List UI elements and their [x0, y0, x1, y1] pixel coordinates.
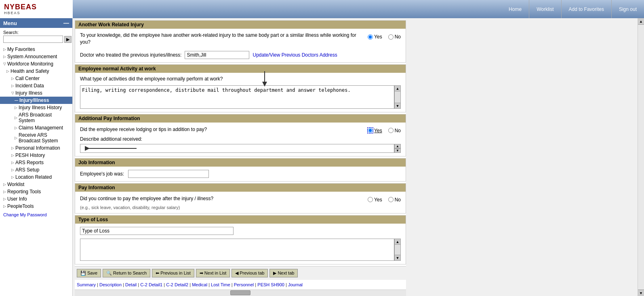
pay-info-yes-text: Yes	[374, 197, 382, 203]
logo-text: NYBEAS	[4, 3, 37, 11]
pay-info-no-radio[interactable]	[388, 197, 394, 202]
another-injury-no-label[interactable]: No	[388, 34, 401, 40]
pay-info-no-label[interactable]: No	[388, 197, 401, 203]
pay-yes-label[interactable]: Yes	[368, 128, 382, 133]
sidebar-item-injury-illness-history[interactable]: ▷ Injury Illness History	[0, 104, 72, 111]
arrow-icon: ▽	[11, 91, 14, 95]
nav-lost-time[interactable]: Lost Time	[211, 282, 230, 287]
return-search-button[interactable]: 🔍 Return to Search	[103, 269, 150, 277]
normal-activity-header: Employee normal Activity at work	[75, 65, 406, 73]
sidebar-item-location-related[interactable]: ▷ Location Related	[0, 173, 72, 181]
save-button[interactable]: 💾 Save	[77, 269, 101, 277]
sidebar-item-incident-data[interactable]: ▷ Incident Data	[0, 82, 72, 89]
arrow-icon: ▷	[3, 55, 6, 59]
menu-label: Menu	[3, 20, 17, 26]
nav-worklist[interactable]: Worklist	[529, 0, 561, 18]
form-container: Another Work Related Injury To your know…	[75, 20, 406, 290]
describe-input[interactable]	[80, 144, 394, 153]
sidebar-item-user-info[interactable]: ▷ User Info	[0, 195, 72, 203]
vertical-scrollbar[interactable]: ▲ ▼	[638, 18, 644, 296]
next-tab-button[interactable]: ▶ Next tab	[269, 269, 298, 277]
describe-scroll-down[interactable]: ▼	[395, 148, 400, 152]
loss-scroll-up[interactable]: ▲	[395, 239, 400, 245]
job-select[interactable]	[128, 170, 209, 178]
next-list-button[interactable]: ➡ Next in List	[196, 269, 230, 277]
sidebar-item-worklist[interactable]: ▷ Worklist	[0, 181, 72, 188]
additional-pay-header: Additional Pay Information	[75, 114, 406, 123]
nav-journal[interactable]: Journal	[288, 282, 303, 287]
sidebar-tree: ▷ My Favorites ▷ System Announcement ▽ W…	[0, 45, 72, 211]
pay-info-yes-label[interactable]: Yes	[368, 197, 382, 203]
arrow-icon: ▷	[3, 47, 6, 51]
another-injury-section: Another Work Related Injury To your know…	[75, 20, 406, 63]
previous-tab-button[interactable]: ◀ Previous tab	[232, 269, 268, 277]
sidebar-item-ars-reports[interactable]: ▷ ARS Reports	[0, 159, 72, 166]
textarea-scroll-down[interactable]: ▼	[395, 103, 400, 108]
horizontal-scrollbar[interactable]	[75, 290, 406, 296]
nav-medical[interactable]: Medical	[192, 282, 207, 287]
vscroll-up[interactable]: ▲	[638, 18, 644, 25]
sidebar-item-injury-illness-active[interactable]: — Injury/Illness	[0, 97, 72, 104]
scrollbar-thumb[interactable]	[230, 290, 250, 295]
arrow-icon: ▷	[3, 182, 6, 186]
search-label: Search:	[3, 30, 69, 35]
doctor-label: Doctor who treated the previous injuries…	[80, 52, 181, 58]
textarea-scroll-up[interactable]: ▲	[395, 86, 400, 91]
another-injury-yes-label[interactable]: Yes	[368, 34, 382, 40]
nav-c2-detail1[interactable]: C-2 Detail1	[140, 282, 162, 287]
sidebar-item-workforce-monitoring[interactable]: ▽ Workforce Monitoring	[0, 60, 72, 68]
sidebar-item-ars-broadcast[interactable]: ▷ ARS Broadcast System	[0, 111, 72, 124]
activity-question: What type of activities did the employee…	[75, 73, 406, 84]
sidebar-item-system-announcement[interactable]: ▷ System Announcement	[0, 53, 72, 60]
sidebar-item-reporting-tools[interactable]: ▷ Reporting Tools	[0, 188, 72, 195]
search-button[interactable]: ▶	[64, 36, 72, 43]
loss-row: Type of Loss	[75, 224, 406, 237]
nav-c2-detail2[interactable]: C-2 Detail2	[166, 282, 188, 287]
save-label: Save	[87, 271, 97, 275]
describe-scroll-up[interactable]: ▲	[395, 144, 400, 148]
activity-textarea[interactable]: Filing, writing correspondence, distribu…	[80, 85, 394, 109]
sidebar-item-people-tools[interactable]: ▷ PeopleTools	[0, 203, 72, 210]
pay-info-yes-radio[interactable]	[368, 197, 373, 202]
sidebar-item-my-favorites[interactable]: ▷ My Favorites	[0, 46, 72, 53]
sidebar-item-injury-illness[interactable]: ▽ Injury Illness	[0, 89, 72, 97]
sidebar-collapse-button[interactable]: —	[63, 20, 69, 26]
sidebar-item-ars-setup[interactable]: ▷ ARS Setup	[0, 166, 72, 173]
search-input[interactable]	[3, 36, 63, 43]
arrow-icon: —	[15, 98, 18, 102]
previous-list-button[interactable]: ⬅ Previous in List	[152, 269, 194, 277]
loss-scroll-down[interactable]: ▼	[395, 255, 400, 260]
sidebar-label: PeopleTools	[7, 203, 34, 209]
next-tab-label: Next tab	[278, 271, 294, 275]
sidebar-item-personal-info[interactable]: ▷ Personal Information	[0, 144, 72, 152]
nav-description[interactable]: Description	[99, 282, 122, 287]
job-label: Employee's job was:	[80, 171, 124, 177]
nav-pesh-sh900[interactable]: PESH SH900	[257, 282, 284, 287]
sidebar-item-call-center[interactable]: ▷ Call Center	[0, 75, 72, 82]
another-injury-no-radio[interactable]	[388, 34, 394, 40]
sidebar-item-pesh-history[interactable]: ▷ PESH History	[0, 152, 72, 159]
sidebar-item-claims-mgmt[interactable]: ▷ Claims Management	[0, 124, 72, 131]
sidebar-label: Health and Safety	[11, 68, 49, 74]
loss-select[interactable]: Type of Loss	[80, 227, 234, 235]
nav-summary[interactable]: Summary	[77, 282, 96, 287]
nav-personnel[interactable]: Personnel	[234, 282, 254, 287]
sidebar-item-health-safety[interactable]: ▷ Health and Safety	[0, 68, 72, 75]
pay-yes-radio[interactable]	[368, 128, 373, 133]
sidebar-item-receive-ars[interactable]: ▷ Receive ARS Broadcast System	[0, 131, 72, 144]
pay-info-question-text: Did you continue to pay the employee aft…	[80, 196, 362, 201]
another-injury-yes-radio[interactable]	[368, 34, 373, 40]
nav-add-favorites[interactable]: Add to Favorites	[562, 0, 612, 18]
nav-home[interactable]: Home	[501, 0, 529, 18]
pay-no-radio[interactable]	[388, 128, 394, 133]
nav-sign-out[interactable]: Sign out	[612, 0, 644, 18]
loss-textarea[interactable]	[80, 239, 394, 261]
doctor-link[interactable]: Update/View Previous Doctors Address	[253, 52, 337, 58]
nav-detail[interactable]: Detail	[125, 282, 137, 287]
doctor-input[interactable]	[185, 51, 249, 59]
vscroll-down[interactable]: ▼	[638, 290, 644, 296]
change-password-link[interactable]: Change My Password	[0, 211, 72, 219]
logo-sub: HBEAS	[4, 11, 37, 15]
arrow-icon: ▷	[15, 116, 17, 120]
pay-no-label[interactable]: No	[388, 128, 401, 133]
